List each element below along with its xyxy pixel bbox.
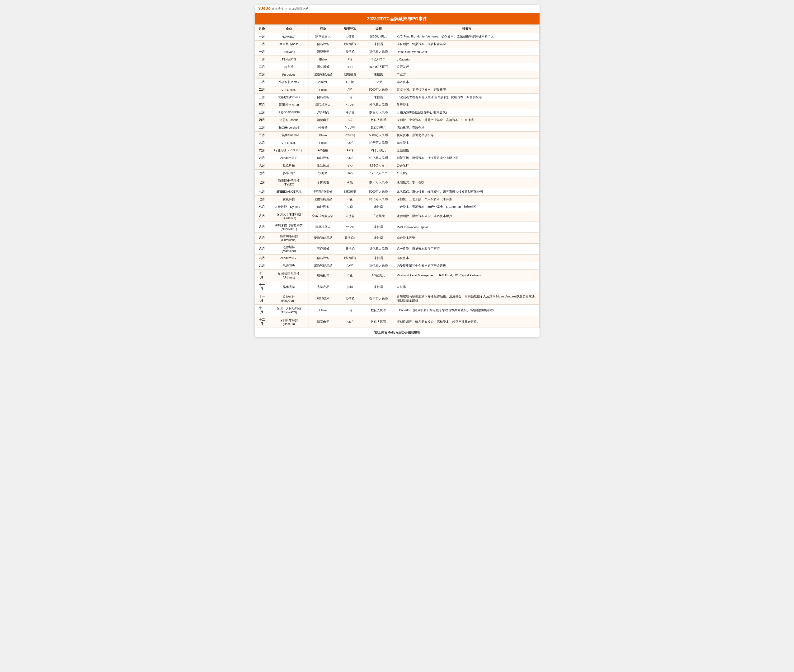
table-row: 三月汉阳科技Yarbo庭院机器人Pre-A轮超亿元人民币吴辰资本	[255, 101, 539, 109]
table-cell: L Catterton（路威凯腾）与老股东华映资本共同领投、高领创投继续跟投	[394, 304, 539, 316]
table-cell: 未披露	[363, 281, 394, 293]
table-row: 一月大秦数Dyness储能设备股权融资未披露清科创投、钟鼎资本、银杏长青基金	[255, 40, 539, 48]
table-cell: Pre-B轮	[337, 132, 363, 139]
table-cell: 三月	[255, 109, 269, 117]
table-cell: 赛维时代	[269, 170, 309, 177]
table-cell: Ebike	[309, 132, 337, 139]
table-row: 七月海泰陌电子科技 (TYMO)个护美发A 轮数千万人民币康熙投资、零一创投	[255, 177, 539, 188]
table-cell: 医疗器械	[309, 243, 337, 254]
table-row: 二月格力博园林器械IPO35.44亿人民币公开发行	[255, 63, 539, 71]
table-cell: Ebike	[309, 56, 337, 63]
table-cell: 亦联资本	[394, 254, 539, 262]
table-row: 八月深圳来雨飞智能科技 (NOVABOT)割草机器人Pre-A轮未披露MAX I…	[255, 222, 539, 233]
table-cell: TENWAYS	[269, 56, 309, 63]
table-cell: 储能设备	[309, 203, 337, 211]
table-cell: 种子轮	[337, 109, 363, 117]
table-cell: Ebike	[309, 139, 337, 147]
table-row: 七月SPEEDIANCE速境智能健身器械战略融资5000万人民币元禾原点、海益投…	[255, 188, 539, 196]
table-cell: 光点资本	[394, 139, 539, 147]
table-cell: 八月	[255, 222, 269, 233]
table-cell: 宠物智能用品	[309, 71, 337, 78]
table-cell: Mirabaud Asset Management、JAM Fund、D1 Ca…	[394, 270, 539, 281]
table-cell: 未披露	[363, 222, 394, 233]
table-row: 一月TENWAYSEbikeA轮3亿人民币L Catterton	[255, 56, 539, 63]
table-cell: 七月	[255, 196, 269, 203]
table-cell: 二月	[255, 86, 269, 94]
table-cell: 六月	[255, 162, 269, 170]
table-cell: 外骨骼	[309, 124, 337, 132]
header-company: 企业	[269, 25, 309, 33]
table-cell: 公开发行	[394, 63, 539, 71]
table-cell: 未披露	[363, 254, 394, 262]
header-investor: 投资方	[394, 25, 539, 33]
table-row: 七月大秦数能（Dyness）储能设备C轮未披露中金资本、青蒿资本、58产业基金、…	[255, 203, 539, 211]
table-cell: 公开发行	[394, 170, 539, 177]
table-cell: 约千万人民币	[363, 139, 394, 147]
table-cell: 十一月	[255, 281, 269, 293]
table-cell: 35.44亿人民币	[363, 63, 394, 71]
table-row: 六月致欧科技生活家居IPO8.92亿人民币公开发行	[255, 162, 539, 170]
table-row: 一月NOVABOT割草机器人天使轮超660万美元XVC Fund III、Hun…	[255, 33, 539, 40]
table-cell: 天使轮	[337, 48, 363, 56]
table-cell: 大秦数Dyness	[269, 40, 309, 48]
table-cell: 天使轮+	[337, 233, 363, 243]
table-cell: 光学产品	[309, 281, 337, 293]
table-body: 一月NOVABOT割草机器人天使轮超660万美元XVC Fund III、Hun…	[255, 33, 539, 328]
table-row: 二月小派科技PimaxVR设备C-1轮2亿元端木资本	[255, 78, 539, 86]
table-cell: 霍曼科技	[269, 196, 309, 203]
table-cell: 数百万美元	[363, 124, 394, 132]
table-cell: Ebike	[309, 86, 337, 94]
table-cell: 深圳倍思科技 (Baseus)	[269, 316, 309, 328]
table-row: 三月大秦数能Dyness储能设备B轮未披露宁波鼎茂管理咨询合伙企业(有限合伙)、…	[255, 94, 539, 101]
table-cell: 远宁投资、恒旭资本和翔宇医疗	[394, 243, 539, 254]
table-cell: 玖智科技 (RingConn)	[269, 293, 309, 304]
table-cell: 深圳来雨飞智能科技 (NOVABOT)	[269, 222, 309, 233]
table-cell: 红点中国、复星锐正资本、智盈投资	[394, 86, 539, 94]
table-cell: 储能设备	[309, 40, 337, 48]
table-cell: 近亿元人民币	[363, 243, 394, 254]
table-cell: 十一月	[255, 293, 269, 304]
table-cell: 鸟语花香	[269, 262, 309, 270]
table-cell: 深创投、中金资本、越秀产业基金、高榕资本、中金浦成	[394, 117, 539, 124]
table-row: 五月一英里OnemileEbikePre-B轮5000万人民币核聚资本、启迪之星…	[255, 132, 539, 139]
table-cell: C-1轮	[337, 78, 363, 86]
table-cell: 未披露	[363, 71, 394, 78]
table-cell: Pre-A轮	[337, 124, 363, 132]
table-cell: 7.23亿人民币	[363, 170, 394, 177]
table-cell: 宠物智能用品	[309, 262, 337, 270]
page-title: 2023年DTC品牌融资与IPO事件	[255, 13, 539, 24]
main-table: 月份 企业 行业 融资轮次 金额 投资方 一月NOVABOT割草机器人天使轮超6…	[255, 24, 539, 328]
table-cell: 超亿元人民币	[363, 101, 394, 109]
logo-separator: ×	[286, 7, 287, 11]
table-cell: 挂牌	[337, 281, 363, 293]
table-cell: IPO	[337, 162, 363, 170]
table-cell: 晶华光学	[269, 281, 309, 293]
table-cell: 德迅投资、奇绩创坛	[394, 124, 539, 132]
table-cell: 智能健身器械	[309, 188, 337, 196]
table-cell: 蓝驰创投、黑蚁资本领投、蜂巧资本跟投	[394, 211, 539, 222]
table-cell: 大秦数能（Dyness）	[269, 203, 309, 211]
table-cell: 1.5亿美元	[363, 270, 394, 281]
table-cell: 服装配饰	[309, 270, 337, 281]
table-cell: 二月	[255, 71, 269, 78]
table-cell: 福蕾网络科技 (Furbulous)	[269, 233, 309, 243]
table-row: 一月Freeyond消费电子天使轮近亿元人民币Datuk Chai Woon C…	[255, 48, 539, 56]
table-row: 六月行者无疆（VITURE）AR眼镜A+轮约千万美元蓝驰创投	[255, 147, 539, 154]
table-cell: 一月	[255, 33, 269, 40]
table-cell: Pre-A轮	[337, 101, 363, 109]
table-cell: 宠物智能用品	[309, 233, 337, 243]
table-cell: 四月	[255, 117, 269, 124]
table-cell: 2亿元	[363, 78, 394, 86]
table-row: 十一月晶华光学光学产品挂牌未披露未披露	[255, 281, 539, 293]
table-cell: 八月	[255, 233, 269, 243]
table-cell: 未披露	[363, 94, 394, 101]
table-cell: Zendure征拓	[269, 154, 309, 162]
table-cell: L Catterton	[394, 56, 539, 63]
table-cell: 极壳Hypershell	[269, 124, 309, 132]
table-cell: Zendure征拓	[269, 254, 309, 262]
table-row: 六月VELOTRICEbikeA+轮约千万人民币光点资本	[255, 139, 539, 147]
table-cell: 元禾原点、海益投资、峰瑞资本、东莞市融大投资策划有限公司	[394, 188, 539, 196]
table-cell: 大秦数能Dyness	[269, 94, 309, 101]
table-cell: 核聚资本、启迪之星创投等	[394, 132, 539, 139]
table-cell: 近亿元人民币	[363, 262, 394, 270]
